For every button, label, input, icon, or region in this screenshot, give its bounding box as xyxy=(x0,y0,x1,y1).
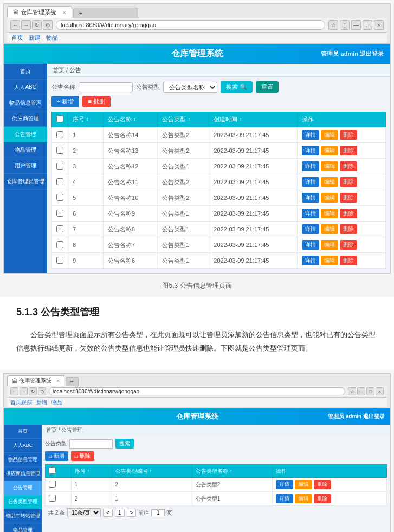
edit-btn[interactable]: 编辑 xyxy=(321,224,338,234)
bookmark-2[interactable]: 新建 xyxy=(29,34,41,42)
row2-select[interactable] xyxy=(49,481,56,488)
sidebar-item-users[interactable]: 用户管理 xyxy=(4,158,47,174)
row-select[interactable] xyxy=(56,131,63,138)
delete-btn[interactable]: 删除 xyxy=(340,146,357,155)
sidebar2-goods[interactable]: 物品信息管理 xyxy=(4,453,42,467)
detail-btn[interactable]: 详情 xyxy=(302,146,319,155)
detail-btn[interactable]: 详情 xyxy=(302,224,319,234)
edit2-btn[interactable]: 编辑 xyxy=(295,494,312,503)
browser-tab-new[interactable]: + xyxy=(73,8,138,18)
row-select[interactable] xyxy=(56,163,63,170)
detail-btn[interactable]: 详情 xyxy=(302,177,319,187)
page-size-select[interactable]: 10条/页 xyxy=(67,508,101,517)
add-button-2[interactable]: □ 新增 xyxy=(45,451,68,461)
detail-btn[interactable]: 详情 xyxy=(302,130,319,140)
edit-btn[interactable]: 编辑 xyxy=(321,177,338,187)
tab2-close[interactable]: × xyxy=(56,378,60,384)
search-button-2[interactable]: 搜索 xyxy=(115,439,134,449)
row-select[interactable] xyxy=(56,257,63,264)
row-select[interactable] xyxy=(56,178,63,185)
url-bar-2[interactable] xyxy=(49,387,345,395)
browser2-tab-active[interactable]: 🏛 仓库管理系统 × xyxy=(7,375,64,386)
detail-btn[interactable]: 详情 xyxy=(302,209,319,218)
sidebar2-transit[interactable]: 物品中转站管理 xyxy=(4,509,42,523)
add-button-1[interactable]: + 新增 xyxy=(51,96,79,107)
detail-btn[interactable]: 详情 xyxy=(302,240,319,250)
sidebar2-items[interactable]: 物品管理 xyxy=(4,523,42,532)
reset-button-1[interactable]: 重置 xyxy=(256,81,279,93)
delete-btn[interactable]: 删除 xyxy=(340,193,357,203)
batch-delete-button-1[interactable]: ■ 批删 xyxy=(82,96,111,107)
edit-btn[interactable]: 编辑 xyxy=(321,161,338,171)
maximize-btn[interactable]: □ xyxy=(363,20,372,30)
notice-name-input[interactable] xyxy=(79,82,133,92)
sidebar-item-supplier[interactable]: 供应商管理 xyxy=(4,111,47,127)
sidebar2-notice[interactable]: 公告管理 xyxy=(4,481,42,495)
row-select[interactable] xyxy=(56,210,63,217)
sidebar-item-notice[interactable]: 公告管理 xyxy=(4,127,47,142)
delete-button-2[interactable]: □ 删除 xyxy=(71,451,94,461)
forward-btn-2[interactable]: → xyxy=(20,387,28,395)
prev-page-btn[interactable]: < xyxy=(103,509,113,517)
edit-btn[interactable]: 编辑 xyxy=(321,256,338,265)
notice-type-select[interactable]: 公告类型名称 公告类型1 公告类型2 xyxy=(163,82,217,93)
back-btn[interactable]: ← xyxy=(10,20,20,30)
detail2-btn[interactable]: 详情 xyxy=(276,494,293,503)
select-all-2[interactable] xyxy=(49,467,56,474)
bookmark2-1[interactable]: 首页跟踪 xyxy=(10,399,32,406)
delete-btn[interactable]: 删除 xyxy=(340,240,357,250)
detail-btn[interactable]: 详情 xyxy=(302,193,319,203)
goto-input[interactable] xyxy=(151,509,165,516)
sidebar2-notice-type[interactable]: 公告类型管理 xyxy=(4,495,42,509)
search-button-1[interactable]: 搜索 🔍 xyxy=(221,81,253,93)
maximize-btn-2[interactable]: □ xyxy=(366,387,374,395)
edit-btn[interactable]: 编辑 xyxy=(321,146,338,155)
delete-btn[interactable]: 删除 xyxy=(340,177,357,187)
browser-tab-active[interactable]: 🏛 仓库管理系统 × xyxy=(7,6,72,18)
back-btn-2[interactable]: ← xyxy=(10,387,18,395)
minimize-btn[interactable]: — xyxy=(351,20,361,30)
browser2-tab-new[interactable]: + xyxy=(66,377,79,386)
sidebar-item-items[interactable]: 物品管理 xyxy=(4,142,47,158)
row-select[interactable] xyxy=(56,194,63,201)
close-btn-2[interactable]: × xyxy=(376,387,384,395)
type-filter-input[interactable] xyxy=(69,439,113,449)
edit-btn[interactable]: 编辑 xyxy=(321,209,338,218)
home-btn[interactable]: ⊙ xyxy=(43,20,53,30)
row2-select[interactable] xyxy=(49,495,56,502)
sidebar2-abc[interactable]: 人人ABC xyxy=(4,439,42,453)
bookmark-1[interactable]: 首页 xyxy=(11,34,23,42)
edit2-btn[interactable]: 编辑 xyxy=(295,480,312,489)
edit-btn[interactable]: 编辑 xyxy=(321,240,338,250)
sidebar2-home[interactable]: 首页 xyxy=(4,425,42,439)
edit-btn[interactable]: 编辑 xyxy=(321,193,338,203)
close-btn[interactable]: × xyxy=(374,20,384,30)
delete-btn[interactable]: 删除 xyxy=(340,130,357,140)
detail2-btn[interactable]: 详情 xyxy=(276,480,293,489)
row-select[interactable] xyxy=(56,225,63,232)
bookmark-3[interactable]: 物品 xyxy=(46,34,58,42)
delete2-btn[interactable]: 删除 xyxy=(314,480,331,489)
row-select[interactable] xyxy=(56,147,63,154)
minimize-btn-2[interactable]: — xyxy=(357,387,365,395)
sidebar-item-home[interactable]: 首页 xyxy=(4,64,47,80)
sidebar-item-abo[interactable]: 人人ABO xyxy=(4,80,47,95)
detail-btn[interactable]: 详情 xyxy=(302,256,319,265)
home-btn-2[interactable]: ⊙ xyxy=(38,387,46,395)
delete2-btn[interactable]: 删除 xyxy=(314,494,331,503)
page-1-btn[interactable]: 1 xyxy=(115,509,125,517)
sidebar2-supplier[interactable]: 供应商信息管理 xyxy=(4,467,42,481)
refresh-btn-2[interactable]: ↻ xyxy=(29,387,37,395)
url-bar-1[interactable] xyxy=(56,20,325,30)
star-btn[interactable]: ☆ xyxy=(328,20,338,30)
delete-btn[interactable]: 删除 xyxy=(340,224,357,234)
delete-btn[interactable]: 删除 xyxy=(340,161,357,171)
delete-btn[interactable]: 删除 xyxy=(340,256,357,265)
sidebar-item-goods[interactable]: 物品信息管理 xyxy=(4,95,47,111)
next-page-btn[interactable]: > xyxy=(127,509,137,517)
detail-btn[interactable]: 详情 xyxy=(302,161,319,171)
refresh-btn[interactable]: ↻ xyxy=(32,20,42,30)
sidebar-item-admin[interactable]: 仓库管理员管理 xyxy=(4,174,47,190)
select-all-checkbox[interactable] xyxy=(56,115,63,122)
edit-btn[interactable]: 编辑 xyxy=(321,130,338,140)
